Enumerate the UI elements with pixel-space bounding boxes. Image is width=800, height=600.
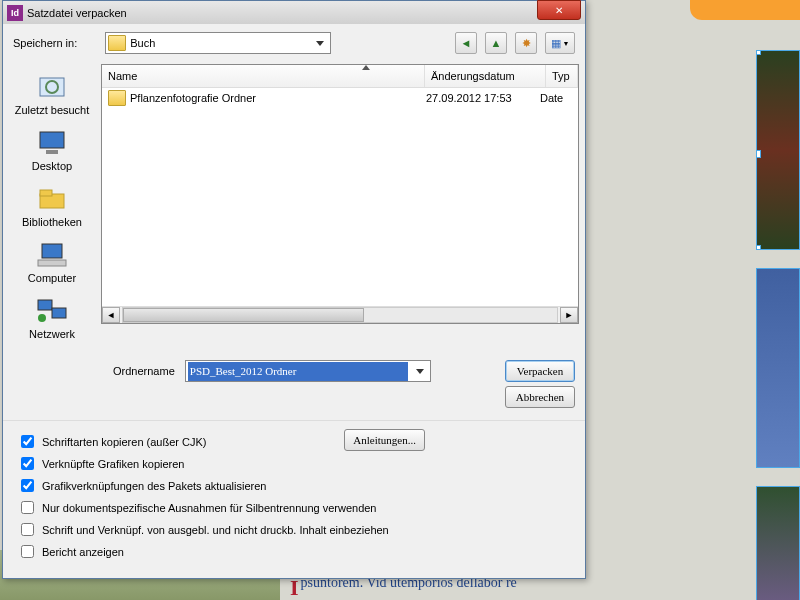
place-desktop[interactable]: Desktop xyxy=(3,122,101,178)
checkbox[interactable] xyxy=(21,435,34,448)
thumbnail-flower-2[interactable] xyxy=(756,268,800,468)
opt-copy-graphics[interactable]: Verknüpfte Grafiken kopieren xyxy=(17,454,571,473)
thumbnail-flower-3[interactable] xyxy=(756,486,800,600)
options-panel: Anleitungen... Schriftarten kopieren (au… xyxy=(3,420,585,578)
instructions-button[interactable]: Anleitungen... xyxy=(344,429,425,451)
scroll-thumb[interactable] xyxy=(123,308,364,322)
titlebar[interactable]: Id Satzdatei verpacken ✕ xyxy=(3,1,585,24)
svg-point-10 xyxy=(38,314,46,322)
svg-rect-7 xyxy=(38,260,66,266)
foldername-label: Ordnername xyxy=(113,365,175,377)
horizontal-scrollbar[interactable]: ◄ ► xyxy=(102,306,578,323)
checkbox[interactable] xyxy=(21,501,34,514)
scroll-right-icon[interactable]: ► xyxy=(560,307,578,323)
svg-rect-5 xyxy=(40,190,52,196)
cell-name: Pflanzenfotografie Ordner xyxy=(130,92,422,104)
opt-update-links[interactable]: Grafikverknüpfungen des Pakets aktualisi… xyxy=(17,476,571,495)
checkbox[interactable] xyxy=(21,479,34,492)
filename-row: Ordnername Verpacken xyxy=(3,350,585,386)
folder-icon xyxy=(108,35,126,51)
place-label: Bibliotheken xyxy=(3,216,101,228)
cancel-button[interactable]: Abbrechen xyxy=(505,386,575,408)
opt-hyphenation[interactable]: Nur dokumentspezifische Ausnahmen für Si… xyxy=(17,498,571,517)
svg-rect-6 xyxy=(42,244,62,258)
place-network[interactable]: Netzwerk xyxy=(3,290,101,346)
svg-rect-9 xyxy=(52,308,66,318)
cell-modified: 27.09.2012 17:53 xyxy=(426,92,536,104)
opt-hidden-content[interactable]: Schrift und Verknüpf. von ausgebl. und n… xyxy=(17,520,571,539)
col-type[interactable]: Typ xyxy=(546,65,578,87)
thumbnail-flower-1[interactable] xyxy=(756,50,800,250)
location-combo-text: Buch xyxy=(130,37,155,49)
file-list[interactable]: Name Änderungsdatum Typ Pflanzenfotograf… xyxy=(101,64,579,324)
save-in-label: Speichern in: xyxy=(13,37,77,49)
chevron-down-icon xyxy=(316,41,324,46)
place-label: Desktop xyxy=(3,160,101,172)
background-orange-strip xyxy=(690,0,800,20)
svg-rect-2 xyxy=(40,132,64,148)
view-menu-icon[interactable]: ▦▼ xyxy=(545,32,575,54)
svg-rect-8 xyxy=(38,300,52,310)
scroll-left-icon[interactable]: ◄ xyxy=(102,307,120,323)
checkbox[interactable] xyxy=(21,545,34,558)
back-icon[interactable]: ◄ xyxy=(455,32,477,54)
opt-copy-fonts[interactable]: Schriftarten kopieren (außer CJK) xyxy=(17,432,571,451)
indesign-icon: Id xyxy=(7,5,23,21)
foldername-input[interactable] xyxy=(188,362,408,381)
folder-icon xyxy=(108,90,126,106)
place-libraries[interactable]: Bibliotheken xyxy=(3,178,101,234)
opt-view-report[interactable]: Bericht anzeigen xyxy=(17,542,571,561)
col-modified[interactable]: Änderungsdatum xyxy=(425,65,546,87)
sort-asc-icon xyxy=(362,65,370,70)
up-icon[interactable]: ▲ xyxy=(485,32,507,54)
package-button[interactable]: Verpacken xyxy=(505,360,575,382)
dialog-title: Satzdatei verpacken xyxy=(27,7,127,19)
place-recent[interactable]: Zuletzt besucht xyxy=(3,66,101,122)
checkbox[interactable] xyxy=(21,457,34,470)
cell-type: Date xyxy=(540,92,563,104)
place-computer[interactable]: Computer xyxy=(3,234,101,290)
location-row: Speichern in: Buch ◄ ▲ ✸ ▦▼ xyxy=(3,24,585,62)
places-bar: Zuletzt besucht Desktop Bibliotheken Com… xyxy=(3,62,101,350)
foldername-combo[interactable] xyxy=(185,360,431,382)
dialog-body: Zuletzt besucht Desktop Bibliotheken Com… xyxy=(3,62,585,350)
checkbox[interactable] xyxy=(21,523,34,536)
col-name[interactable]: Name xyxy=(102,65,425,87)
list-row[interactable]: Pflanzenfotografie Ordner 27.09.2012 17:… xyxy=(102,88,578,108)
list-header[interactable]: Name Änderungsdatum Typ xyxy=(102,65,578,88)
place-label: Netzwerk xyxy=(3,328,101,340)
place-label: Zuletzt besucht xyxy=(3,104,101,116)
image-thumbnails xyxy=(756,50,800,600)
package-dialog: Id Satzdatei verpacken ✕ Speichern in: B… xyxy=(2,0,586,579)
new-folder-icon[interactable]: ✸ xyxy=(515,32,537,54)
location-combo[interactable]: Buch xyxy=(105,32,331,54)
svg-rect-3 xyxy=(46,150,58,154)
place-label: Computer xyxy=(3,272,101,284)
scroll-track[interactable] xyxy=(122,307,558,323)
chevron-down-icon xyxy=(416,369,424,374)
close-button[interactable]: ✕ xyxy=(537,0,581,20)
